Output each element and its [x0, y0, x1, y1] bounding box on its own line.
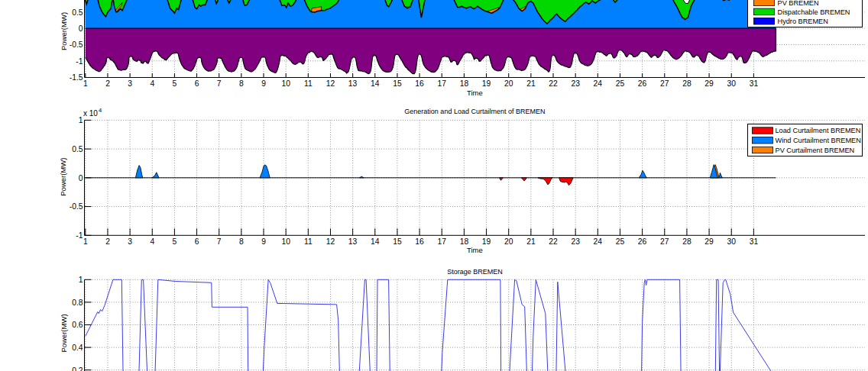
svg-text:10: 10	[281, 79, 290, 88]
svg-text:7: 7	[217, 237, 222, 246]
svg-text:1: 1	[79, 116, 83, 124]
svg-text:24: 24	[594, 237, 603, 246]
svg-text:22: 22	[549, 79, 558, 88]
svg-text:Dispatchable BREMEN: Dispatchable BREMEN	[778, 8, 850, 16]
svg-text:12: 12	[326, 79, 335, 88]
svg-text:22: 22	[549, 237, 558, 246]
svg-text:15: 15	[393, 79, 402, 88]
svg-text:0: 0	[79, 24, 83, 33]
svg-text:25: 25	[616, 237, 625, 246]
svg-text:30: 30	[727, 237, 736, 246]
svg-text:18: 18	[460, 237, 469, 246]
svg-text:28: 28	[682, 79, 691, 88]
svg-text:5: 5	[173, 237, 177, 246]
svg-text:-0.5: -0.5	[70, 40, 83, 49]
svg-text:PV Curtailment BREMEN: PV Curtailment BREMEN	[776, 147, 855, 154]
svg-text:8: 8	[239, 237, 244, 246]
svg-text:16: 16	[415, 237, 424, 246]
svg-text:Generation and Load Curtailmen: Generation and Load Curtailment of BREME…	[404, 108, 545, 115]
svg-text:Storage BREMEN: Storage BREMEN	[447, 268, 503, 276]
svg-text:Wind Curtailment BREMEN: Wind Curtailment BREMEN	[776, 137, 861, 144]
svg-text:Power(MW): Power(MW)	[60, 314, 68, 352]
svg-text:PV BREMEN: PV BREMEN	[778, 0, 819, 7]
svg-text:19: 19	[482, 237, 491, 246]
svg-text:29: 29	[704, 237, 714, 246]
svg-text:1: 1	[83, 237, 88, 246]
svg-text:27: 27	[660, 237, 669, 246]
svg-text:0.5: 0.5	[72, 145, 83, 153]
svg-text:29: 29	[704, 79, 714, 88]
svg-text:0.8: 0.8	[72, 298, 83, 307]
svg-text:21: 21	[526, 237, 536, 246]
svg-text:14: 14	[371, 79, 380, 88]
svg-text:0: 0	[79, 174, 83, 182]
svg-text:-1.5: -1.5	[70, 73, 83, 82]
svg-text:24: 24	[594, 79, 603, 88]
svg-text:14: 14	[371, 237, 380, 246]
svg-text:26: 26	[638, 79, 647, 88]
svg-text:9: 9	[261, 79, 266, 88]
svg-text:11: 11	[304, 79, 313, 88]
svg-text:-1: -1	[76, 57, 83, 66]
svg-text:Time: Time	[467, 89, 483, 97]
svg-text:Load Curtailment BREMEN: Load Curtailment BREMEN	[776, 127, 861, 134]
svg-text:Power(MW): Power(MW)	[60, 158, 68, 196]
svg-text:31: 31	[750, 237, 759, 246]
svg-text:23: 23	[571, 237, 580, 246]
svg-text:19: 19	[482, 79, 491, 88]
svg-text:5: 5	[173, 79, 177, 88]
svg-text:23: 23	[571, 79, 580, 88]
svg-text:1: 1	[79, 276, 83, 284]
svg-text:31: 31	[750, 79, 759, 88]
svg-text:-0.5: -0.5	[70, 202, 83, 211]
svg-text:12: 12	[326, 237, 335, 246]
svg-text:10: 10	[281, 237, 290, 246]
svg-text:0.6: 0.6	[72, 321, 83, 329]
svg-text:4: 4	[150, 79, 154, 88]
svg-text:26: 26	[638, 237, 647, 246]
svg-text:0.2: 0.2	[72, 366, 83, 371]
svg-text:4: 4	[150, 237, 154, 246]
svg-text:-1: -1	[76, 231, 83, 240]
svg-text:9: 9	[261, 237, 266, 246]
svg-text:Power(MW): Power(MW)	[60, 12, 68, 50]
svg-text:21: 21	[526, 79, 536, 88]
svg-text:6: 6	[195, 237, 199, 246]
svg-text:13: 13	[348, 237, 358, 246]
svg-text:25: 25	[616, 79, 625, 88]
svg-text:7: 7	[217, 79, 222, 88]
svg-text:16: 16	[415, 79, 424, 88]
svg-text:15: 15	[393, 237, 402, 246]
svg-text:1: 1	[83, 79, 88, 88]
svg-text:x 10: x 10	[83, 109, 98, 118]
svg-text:28: 28	[682, 237, 691, 246]
svg-text:11: 11	[304, 237, 313, 246]
svg-text:0.4: 0.4	[72, 344, 83, 352]
svg-text:30: 30	[727, 79, 736, 88]
svg-text:20: 20	[504, 237, 513, 246]
svg-text:17: 17	[437, 79, 446, 88]
svg-text:17: 17	[437, 237, 446, 246]
svg-text:4: 4	[99, 107, 102, 114]
svg-text:8: 8	[239, 79, 244, 88]
svg-text:3: 3	[128, 79, 132, 88]
svg-text:18: 18	[460, 79, 469, 88]
svg-text:20: 20	[504, 79, 513, 88]
svg-text:13: 13	[348, 79, 358, 88]
svg-text:Time: Time	[467, 246, 483, 254]
svg-text:Hydro BREMEN: Hydro BREMEN	[778, 18, 828, 25]
svg-text:2: 2	[105, 79, 110, 88]
svg-text:2: 2	[105, 237, 110, 246]
svg-text:6: 6	[195, 79, 199, 88]
svg-text:27: 27	[660, 79, 669, 88]
svg-text:0.5: 0.5	[72, 8, 83, 17]
svg-text:3: 3	[128, 237, 132, 246]
